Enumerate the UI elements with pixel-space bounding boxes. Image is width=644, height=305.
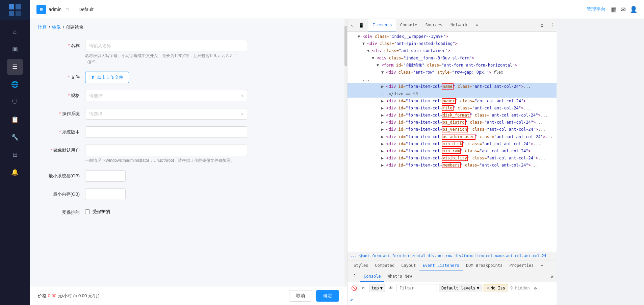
tab-properties[interactable]: Properties xyxy=(506,260,537,271)
arrow-min-disk[interactable]: ▶ xyxy=(381,142,384,146)
arrow-name[interactable]: ▶ xyxy=(381,84,384,89)
arrow-min-ram[interactable]: ▶ xyxy=(381,149,384,153)
dom-breadcrumb-col[interactable]: div#form-item-col-name.ant-col.ant-col-2… xyxy=(455,254,546,258)
dom-line-5[interactable]: ▼ <form id="创建镜像" class="ant-form ant-fo… xyxy=(347,62,557,69)
devtools-more-icons: ⚙ ⋮ xyxy=(538,21,557,30)
sidebar-item-home[interactable]: ⌂ xyxy=(7,24,23,40)
arrow-6[interactable]: ▼ xyxy=(381,70,384,75)
arrow-os-version[interactable]: ▶ xyxy=(381,127,384,132)
sidebar-item-shield[interactable]: 🛡 xyxy=(7,94,23,110)
tab-network[interactable]: Network xyxy=(446,19,472,31)
cancel-button[interactable]: 取消 xyxy=(289,290,312,302)
devtools-kebab-icon[interactable]: ⋮ xyxy=(548,21,557,30)
tab-sources[interactable]: Sources xyxy=(421,19,446,31)
dom-line-min-ram[interactable]: ▶ <div id="form-item-col-min_ram" class=… xyxy=(347,148,557,155)
console-tab-console[interactable]: Console xyxy=(360,271,384,282)
dom-line-owner[interactable]: ▶ <div id="form-item-col-owner" class="a… xyxy=(347,98,557,105)
dom-line-2[interactable]: ▼ <div class="ant-spin-nested-loading"> xyxy=(347,40,557,47)
sidebar-item-globe[interactable]: 🌐 xyxy=(7,76,23,93)
arrow-file[interactable]: ▶ xyxy=(381,106,384,110)
breadcrumb-image[interactable]: 镜像 xyxy=(52,24,61,30)
dom-line-members[interactable]: ▶ <div id="form-item-col-members" class=… xyxy=(347,162,557,169)
console-dots[interactable]: ⋮ xyxy=(350,272,359,281)
tab-computed[interactable]: Computed xyxy=(371,260,398,271)
arrow-visibility[interactable]: ▶ xyxy=(381,156,384,160)
form-control-name: 名称应以大写字母、小写字母或中文开头，最长为128字符，且只包含'0-9, a-… xyxy=(85,40,247,65)
spec-select[interactable]: 请选择 xyxy=(85,90,247,101)
dom-breadcrumb-row[interactable]: div.ant-row xyxy=(428,254,453,258)
dom-line-3[interactable]: ▼ <div class="ant-spin-container"> xyxy=(347,47,557,54)
console-close-button[interactable]: ✕ xyxy=(550,273,554,280)
tab-bottom-more[interactable]: » xyxy=(537,260,546,271)
dom-line-os-distro[interactable]: ▶ <div id="form-item-col-os_distro" clas… xyxy=(347,119,557,126)
tab-more[interactable]: » xyxy=(472,19,482,31)
upload-button[interactable]: ⬆ 点击上传文件 xyxy=(85,72,129,83)
console-clear-btn[interactable]: 🚫 xyxy=(350,284,358,292)
dom-line-os-version[interactable]: ▶ <div id="form-item-col-os_version" cla… xyxy=(347,126,557,133)
arrow-1[interactable]: ▼ xyxy=(358,34,360,39)
min-ram-input[interactable] xyxy=(85,188,126,200)
topbar-mail-icon[interactable]: ✉ xyxy=(621,6,626,13)
os-select[interactable]: 请选择 xyxy=(85,108,247,120)
sidebar-item-report[interactable]: 📋 xyxy=(7,111,23,128)
console-gear-btn[interactable]: ⚙ xyxy=(532,284,539,292)
devtools-device-icon[interactable]: 📱 xyxy=(357,21,366,30)
dom-line-4[interactable]: ▼ <div class="index__form--3rBuv sl-form… xyxy=(347,55,557,62)
version-input[interactable] xyxy=(85,126,247,138)
dom-line-min-disk[interactable]: ▶ <div id="form-item-col-min_disk" class… xyxy=(347,141,557,148)
sidebar-item-grid[interactable]: ⊞ xyxy=(7,147,23,163)
tab-elements[interactable]: Elements xyxy=(368,19,396,31)
console-stop-btn[interactable]: ⊘ xyxy=(360,284,367,292)
arrow-members[interactable]: ▶ xyxy=(381,163,384,168)
tab-event-listeners[interactable]: Event Listeners xyxy=(419,260,463,271)
dom-breadcrumb-dots[interactable]: ... xyxy=(350,254,357,258)
arrow-os-admin-user[interactable]: ▶ xyxy=(381,134,384,139)
console-filter-input[interactable]: Filter xyxy=(396,284,437,292)
arrow-4[interactable]: ▼ xyxy=(372,56,374,60)
dom-line-dollar[interactable]: ...</div> == $0 xyxy=(347,91,557,98)
console-top-select[interactable]: top ▼ xyxy=(369,284,385,292)
devtools-settings-icon[interactable]: ⚙ xyxy=(538,21,546,30)
min-disk-input[interactable] xyxy=(85,170,126,182)
tab-console[interactable]: Console xyxy=(396,19,421,31)
name-input[interactable] xyxy=(85,40,247,51)
topbar-management-link[interactable]: 管理平台 xyxy=(587,6,606,12)
tab-layout[interactable]: Layout xyxy=(398,260,419,271)
console-level-select[interactable]: Default levels ▼ xyxy=(439,284,482,292)
scrollbar-track[interactable] xyxy=(344,19,347,305)
scrollbar-thumb[interactable] xyxy=(344,26,347,66)
topbar-user-icon[interactable]: 👤 xyxy=(630,6,637,13)
sidebar-item-bell[interactable]: 🔔 xyxy=(7,164,23,180)
arrow-os-distro[interactable]: ▶ xyxy=(381,120,384,125)
dom-line-os-admin-user[interactable]: ▶ <div id="form-item-col-os_admin_user" … xyxy=(347,133,557,141)
console-tab-whatsnew[interactable]: What's New xyxy=(384,271,415,282)
topbar-grid-icon[interactable]: ▦ xyxy=(611,6,617,13)
arrow-3[interactable]: ▼ xyxy=(367,48,369,53)
default-user-input[interactable] xyxy=(85,145,247,156)
console-issues-badge[interactable]: ⚐ No Iss xyxy=(484,284,508,292)
devtools-cursor-icon[interactable]: ↖ xyxy=(347,21,356,30)
dom-line-6[interactable]: ▼ <div class="ant-row" style="row-gap: 0… xyxy=(347,69,557,76)
sidebar-item-list[interactable]: ☰ xyxy=(7,59,23,75)
sidebar-item-monitor[interactable]: ▣ xyxy=(7,41,23,57)
sidebar-item-wrench[interactable]: 🔧 xyxy=(7,129,23,145)
console-eye-btn[interactable]: 👁 xyxy=(387,284,394,292)
dom-line-file[interactable]: ▶ <div id="form-item-col-file" class="an… xyxy=(347,105,557,112)
arrow-2[interactable]: ▼ xyxy=(362,41,365,46)
dom-line-disk-format[interactable]: ▶ <div id="form-item-col-disk_format" cl… xyxy=(347,112,557,119)
protected-checkbox[interactable] xyxy=(85,209,90,214)
arrow-owner[interactable]: ▶ xyxy=(381,99,384,103)
dom-line-visibility[interactable]: ▶ <div id="form-item-col-visibility" cla… xyxy=(347,155,557,162)
id-name: name xyxy=(442,84,453,89)
tab-styles[interactable]: Styles xyxy=(350,260,371,271)
breadcrumb-compute[interactable]: 计算 xyxy=(38,24,47,30)
dom-line-dots[interactable]: ... xyxy=(347,76,557,83)
tab-dom-breakpoints[interactable]: DOM Breakpoints xyxy=(463,260,506,271)
dom-line-1[interactable]: ▼ <div class="index__wrapper--1yn9F"> xyxy=(347,33,557,40)
arrow-disk-format[interactable]: ▶ xyxy=(381,113,384,118)
arrow-5[interactable]: ▼ xyxy=(377,63,379,68)
confirm-button[interactable]: 确定 xyxy=(316,290,339,302)
console-toolbar: 🚫 ⊘ top ▼ 👁 Filter Default levels ▼ xyxy=(347,282,557,294)
dom-breadcrumb-form[interactable]: 像ant-form.ant-form-horizontal xyxy=(359,254,426,258)
dom-line-name[interactable]: ▶ <div id="form-item-col-name" class="an… xyxy=(347,83,557,90)
